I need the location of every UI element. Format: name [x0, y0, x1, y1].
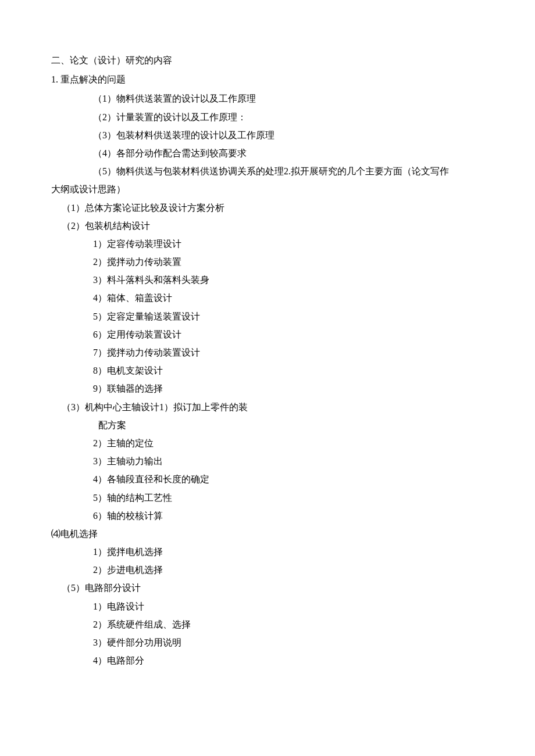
- outline2-sub-7: 7）搅拌动力传动装置设计: [93, 343, 484, 361]
- outline3-sub-6: 6）轴的校核计算: [93, 507, 484, 525]
- outline2-sub-5: 5）定容定量输送装置设计: [93, 307, 484, 325]
- outline2-sub-6: 6）定用传动装置设计: [93, 325, 484, 343]
- outline5-sub-1: 1）电路设计: [93, 597, 484, 615]
- outline2-sub-8: 8）电机支架设计: [93, 361, 484, 379]
- outline5-sub-4: 4）电路部分: [93, 651, 484, 669]
- outline-item-5-title: （5）电路部分设计: [51, 579, 484, 597]
- outline-item-2-title: （2）包装机结构设计: [51, 217, 484, 235]
- sub1-item-4: （4）各部分动作配合需达到较高要求: [93, 144, 484, 162]
- sub1-continuation: 大纲或设计思路）: [51, 180, 484, 198]
- outline3-sub-4: 4）各轴段直径和长度的确定: [93, 470, 484, 488]
- section-heading: 二、论文（设计）研究的内容: [51, 51, 484, 69]
- outline3-sub-5: 5）轴的结构工艺性: [93, 489, 484, 507]
- outline2-sub-4: 4）箱体、箱盖设计: [93, 289, 484, 307]
- sub1-item-2: （2）计量装置的设计以及工作原理：: [93, 108, 484, 126]
- outline5-sub-2: 2）系统硬件组成、选择: [93, 615, 484, 633]
- outline4-sub-2: 2）步进电机选择: [93, 561, 484, 579]
- sub1-item-1: （1）物料供送装置的设计以及工作原理: [93, 89, 484, 108]
- outline-item-4-title: ⑷电机选择: [51, 525, 484, 543]
- outline5-sub-3: 3）硬件部分功用说明: [93, 633, 484, 651]
- outline2-sub-1: 1）定容传动装理设计: [93, 235, 484, 253]
- subsection-1-heading: 1. 重点解决的问题: [51, 70, 484, 88]
- outline4-sub-1: 1）搅拌电机选择: [93, 543, 484, 561]
- outline2-sub-3: 3）料斗落料头和落料头装身: [93, 271, 484, 289]
- outline3-sub-2: 2）主轴的定位: [93, 434, 484, 452]
- sub1-item-5: （5）物料供送与包装材料供送协调关系的处理2.拟开展研究的几个主要方面（论文写作: [93, 162, 484, 180]
- outline-item-1: （1）总体方案论证比较及设计方案分析: [51, 199, 484, 217]
- outline3-sub-3: 3）主轴动力输出: [93, 452, 484, 470]
- document-page: 二、论文（设计）研究的内容 1. 重点解决的问题 （1）物料供送装置的设计以及工…: [51, 51, 484, 669]
- outline2-sub-2: 2）搅拌动力传动装置: [93, 253, 484, 271]
- outline-item-3-title: （3）机构中心主轴设计1）拟订加上零件的装: [51, 398, 484, 416]
- outline2-sub-9: 9）联轴器的选择: [93, 379, 484, 397]
- sub1-item-3: （3）包装材料供送装理的设计以及工作原理: [93, 126, 484, 144]
- outline-item-3-cont: 配方案: [51, 416, 484, 434]
